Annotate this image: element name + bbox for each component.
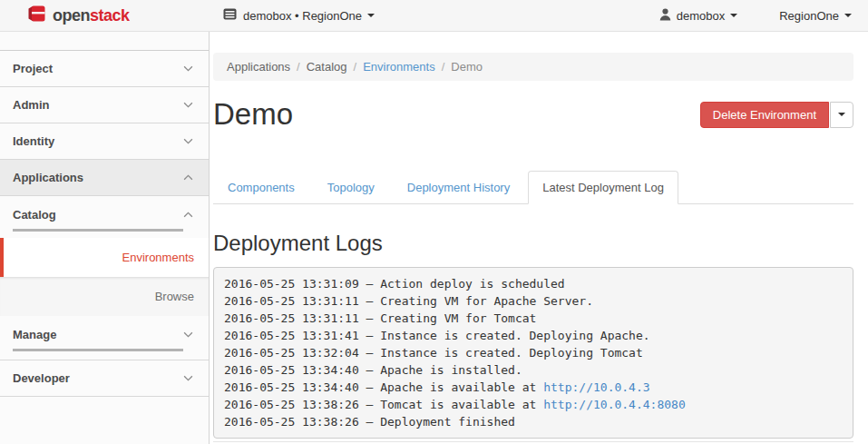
breadcrumb-environments-link[interactable]: Environments	[363, 60, 434, 74]
log-line: 2016-05-25 13:32:04 — Instance is create…	[224, 344, 843, 361]
sidebar-item-label: Environments	[122, 251, 194, 264]
context-switcher-label: demobox • RegionOne	[243, 9, 362, 23]
page-header: Demo Delete Environment	[213, 94, 853, 135]
sidebar-item-developer[interactable]: Developer	[0, 360, 209, 397]
sidebar-item-manage[interactable]: Manage	[0, 316, 209, 360]
deployment-logs-heading: Deployment Logs	[213, 231, 853, 256]
tab-topology[interactable]: Topology	[313, 171, 389, 204]
delete-environment-button[interactable]: Delete Environment	[700, 102, 829, 128]
project-list-icon	[223, 8, 237, 23]
breadcrumb-current: Demo	[451, 60, 483, 74]
log-line: 2016-05-25 13:31:11 — Creating VM for To…	[224, 310, 843, 327]
tab-components[interactable]: Components	[213, 171, 309, 204]
delete-environment-dropdown-toggle[interactable]	[830, 102, 853, 128]
main-content: Applications/Catalog/Environments/Demo D…	[210, 32, 868, 444]
sidebar-item-label: Project	[13, 62, 53, 75]
brand-wordmark: openstack	[53, 6, 130, 25]
sidebar-item-label: Developer	[13, 371, 70, 385]
chevron-up-icon	[183, 212, 193, 218]
sidebar-item-applications[interactable]: Applications	[0, 160, 209, 196]
user-icon	[659, 8, 671, 24]
log-line: 2016-05-25 13:34:40 — Apache is installe…	[224, 361, 843, 379]
page-title: Demo	[213, 97, 293, 132]
tab-topology-link[interactable]: Topology	[313, 171, 389, 204]
tab-latest-deployment-log-link[interactable]: Latest Deployment Log	[528, 171, 678, 204]
log-url-link[interactable]: http://10.0.4.4:8080	[543, 398, 686, 411]
log-line: 2016-05-25 13:34:40 — Apache is availabl…	[224, 379, 843, 396]
sidebar-item-label: Identity	[13, 134, 54, 148]
user-menu[interactable]: demobox	[659, 8, 737, 24]
log-line: 2016-05-25 13:38:26 — Deployment finishe…	[224, 413, 843, 430]
sidebar-item-label: Browse	[155, 290, 194, 303]
sidebar-nav: Project Admin Identity Applications Cata…	[0, 32, 210, 444]
chevron-down-icon	[183, 102, 193, 108]
deployment-log-box: 2016-05-25 13:31:09 — Action deploy is s…	[213, 267, 853, 439]
breadcrumb-separator: /	[354, 60, 357, 74]
sidebar-item-identity[interactable]: Identity	[0, 123, 209, 160]
sidebar-item-admin[interactable]: Admin	[0, 87, 209, 123]
tab-deployment-history-link[interactable]: Deployment History	[393, 171, 524, 204]
top-navbar: openstack demobox • RegionOne demobox Re…	[0, 0, 868, 32]
chevron-down-icon	[367, 14, 375, 17]
openstack-brand[interactable]: openstack	[0, 4, 210, 27]
sidebar-clipped-row	[0, 32, 209, 51]
region-menu[interactable]: RegionOne	[779, 9, 852, 23]
content-bottom-divider	[213, 441, 853, 442]
sidebar-item-label: Manage	[13, 328, 56, 341]
log-line: 2016-05-25 13:31:09 — Action deploy is s…	[224, 275, 843, 292]
project-region-switcher[interactable]: demobox • RegionOne	[223, 8, 375, 23]
chevron-down-icon	[183, 138, 193, 144]
log-line: 2016-05-25 13:38:26 — Tomcat is availabl…	[224, 396, 843, 413]
user-menu-label: demobox	[677, 9, 725, 23]
sidebar-item-project[interactable]: Project	[0, 51, 209, 87]
sidebar-item-label: Catalog	[13, 208, 56, 222]
section-underline	[13, 229, 183, 232]
openstack-logo-icon	[24, 4, 47, 27]
chevron-down-icon	[844, 14, 852, 17]
sidebar-item-environments[interactable]: Environments	[0, 238, 209, 277]
chevron-down-icon	[183, 65, 193, 72]
tab-bar: Components Topology Deployment History L…	[213, 171, 853, 204]
breadcrumb: Applications/Catalog/Environments/Demo	[213, 53, 853, 81]
tab-deployment-history[interactable]: Deployment History	[393, 171, 524, 204]
chevron-down-icon	[730, 14, 737, 17]
log-line: 2016-05-25 13:31:41 — Instance is create…	[224, 327, 843, 344]
tab-components-link[interactable]: Components	[213, 171, 309, 204]
chevron-up-icon	[183, 174, 193, 181]
region-menu-label: RegionOne	[779, 9, 839, 23]
breadcrumb-applications[interactable]: Applications	[227, 60, 290, 74]
log-url-link[interactable]: http://10.0.4.3	[543, 380, 649, 394]
breadcrumb-separator: /	[442, 60, 445, 74]
chevron-down-icon	[183, 331, 193, 338]
sidebar-item-browse[interactable]: Browse	[0, 277, 209, 316]
breadcrumb-catalog[interactable]: Catalog	[307, 60, 347, 74]
sidebar-item-label: Applications	[13, 171, 83, 184]
breadcrumb-separator: /	[297, 60, 300, 74]
chevron-down-icon	[183, 375, 193, 381]
chevron-down-icon	[838, 113, 845, 116]
sidebar-item-catalog[interactable]: Catalog	[0, 196, 209, 238]
section-underline	[13, 349, 183, 351]
tab-latest-deployment-log[interactable]: Latest Deployment Log	[528, 171, 678, 204]
log-line: 2016-05-25 13:31:11 — Creating VM for Ap…	[224, 292, 843, 310]
delete-environment-split-button: Delete Environment	[700, 102, 853, 128]
sidebar-item-label: Admin	[13, 98, 49, 112]
